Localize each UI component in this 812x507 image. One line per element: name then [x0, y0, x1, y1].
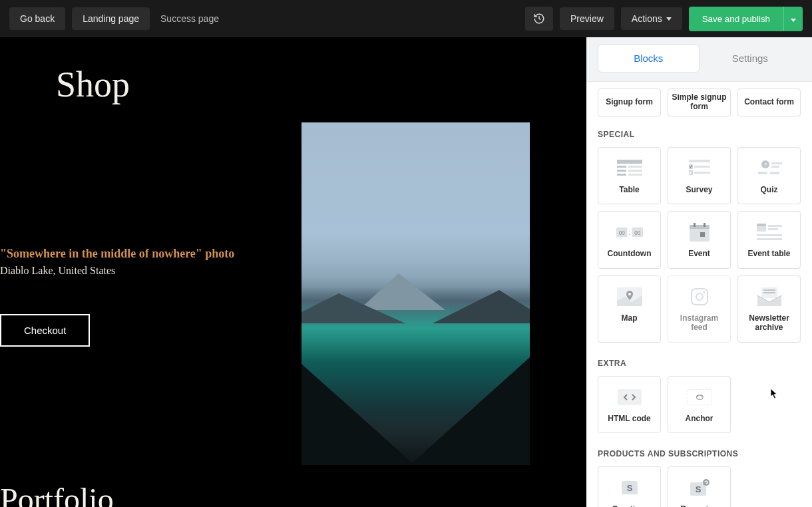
save-publish-button[interactable]: Save and publish: [689, 7, 783, 31]
actions-label: Actions: [632, 13, 662, 24]
svg-rect-3: [617, 170, 626, 172]
history-icon: [533, 13, 545, 25]
countdown-icon: 00:00: [616, 222, 643, 242]
svg-rect-6: [628, 174, 642, 176]
survey-icon: [686, 158, 713, 178]
right-sidebar: Blocks Settings Signup form Simple signu…: [586, 37, 812, 507]
svg-point-35: [628, 293, 631, 295]
svg-point-37: [696, 293, 703, 300]
svg-rect-40: [763, 289, 775, 291]
chevron-down-icon: [791, 19, 796, 22]
product-title: "Somewhere in the middle of nowhere" pho…: [0, 247, 234, 261]
svg-text:00: 00: [634, 230, 641, 236]
newsletter-icon: [756, 287, 783, 307]
event-table-icon: [756, 222, 783, 242]
checkout-button[interactable]: Checkout: [0, 314, 90, 347]
svg-rect-2: [628, 166, 642, 168]
onetime-purchase-icon: S: [616, 478, 643, 498]
svg-text:S: S: [695, 484, 701, 494]
svg-text:00: 00: [618, 230, 625, 236]
svg-rect-5: [617, 174, 626, 176]
svg-rect-25: [694, 223, 696, 227]
svg-rect-36: [692, 289, 708, 305]
block-quiz[interactable]: ? Quiz: [737, 147, 801, 204]
product-subtitle: Diablo Lake, United States: [0, 265, 115, 277]
svg-point-38: [703, 291, 705, 293]
save-publish-group: Save and publish: [689, 7, 803, 31]
block-anchor[interactable]: Anchor: [668, 376, 731, 433]
tab-settings[interactable]: Settings: [700, 44, 801, 73]
section-products-label: PRODUCTS AND SUBSCRIPTIONS: [598, 449, 801, 458]
tab-blocks[interactable]: Blocks: [598, 44, 700, 73]
svg-rect-1: [617, 166, 626, 168]
product-image[interactable]: [302, 122, 530, 465]
blocks-panel[interactable]: Signup form Simple signup form Contact f…: [586, 73, 812, 507]
svg-rect-10: [689, 171, 692, 174]
svg-rect-43: [688, 389, 711, 405]
section-extra-label: EXTRA: [598, 359, 801, 368]
svg-text::: :: [628, 230, 630, 236]
block-simple-signup-form[interactable]: Simple signup form: [668, 88, 731, 116]
table-icon: [616, 158, 643, 178]
instagram-icon: [686, 287, 713, 307]
block-table[interactable]: Table: [598, 147, 661, 204]
block-contact-form[interactable]: Contact form: [737, 88, 801, 116]
svg-rect-4: [628, 170, 642, 172]
actions-button[interactable]: Actions: [621, 7, 682, 30]
svg-rect-27: [700, 232, 705, 237]
recurring-purchase-icon: S: [686, 478, 713, 498]
block-countdown[interactable]: 00:00 Countdown: [598, 211, 661, 268]
chevron-down-icon: [666, 17, 672, 21]
next-section-heading: Portfolio: [0, 481, 114, 507]
svg-rect-26: [704, 223, 706, 227]
event-icon: [686, 222, 713, 242]
block-instagram-feed: Instagram feed: [668, 275, 731, 343]
shop-heading: Shop: [56, 64, 586, 105]
block-survey[interactable]: Survey: [668, 147, 731, 204]
topbar: Go back Landing page Success page Previe…: [0, 0, 812, 37]
svg-text:S: S: [626, 483, 632, 493]
section-special-label: SPECIAL: [598, 130, 801, 139]
svg-rect-9: [694, 166, 710, 168]
history-button[interactable]: [525, 7, 553, 31]
svg-rect-15: [771, 166, 779, 168]
block-event[interactable]: Event: [668, 211, 731, 268]
block-recurring-purchase[interactable]: S Recurring purchase: [668, 466, 731, 507]
block-html-code[interactable]: HTML code: [598, 376, 661, 433]
sidebar-tabs: Blocks Settings: [598, 44, 801, 73]
svg-rect-14: [771, 162, 782, 164]
page-switcher: Landing page Success page: [72, 7, 230, 30]
svg-rect-17: [770, 172, 779, 174]
block-onetime-purchase[interactable]: S One-time purchase: [598, 466, 661, 507]
save-publish-dropdown[interactable]: [783, 7, 803, 31]
go-back-button[interactable]: Go back: [9, 7, 65, 30]
block-signup-form[interactable]: Signup form: [598, 88, 661, 116]
svg-rect-31: [768, 228, 778, 230]
svg-text:?: ?: [763, 162, 767, 168]
svg-rect-0: [617, 160, 642, 164]
success-page-tab[interactable]: Success page: [150, 7, 230, 30]
code-icon: [616, 387, 643, 407]
svg-rect-41: [763, 292, 775, 293]
svg-rect-30: [768, 225, 782, 227]
map-icon: [616, 287, 643, 307]
preview-button[interactable]: Preview: [560, 7, 614, 30]
landing-page-tab[interactable]: Landing page: [72, 7, 150, 30]
svg-rect-7: [689, 160, 710, 162]
svg-point-48: [703, 479, 710, 486]
block-newsletter-archive[interactable]: Newsletter archive: [737, 275, 801, 343]
svg-rect-24: [690, 225, 710, 229]
svg-rect-32: [757, 234, 782, 236]
svg-rect-33: [757, 238, 782, 240]
svg-rect-11: [694, 172, 710, 174]
block-event-table[interactable]: Event table: [737, 211, 801, 268]
svg-rect-16: [758, 172, 767, 174]
editor-canvas[interactable]: Shop "Somewhere in the middle of nowhere…: [0, 37, 586, 507]
quiz-icon: ?: [756, 158, 783, 178]
anchor-icon: [686, 387, 713, 407]
block-map[interactable]: Map: [598, 275, 661, 343]
svg-rect-42: [618, 389, 642, 405]
svg-rect-29: [757, 224, 766, 226]
